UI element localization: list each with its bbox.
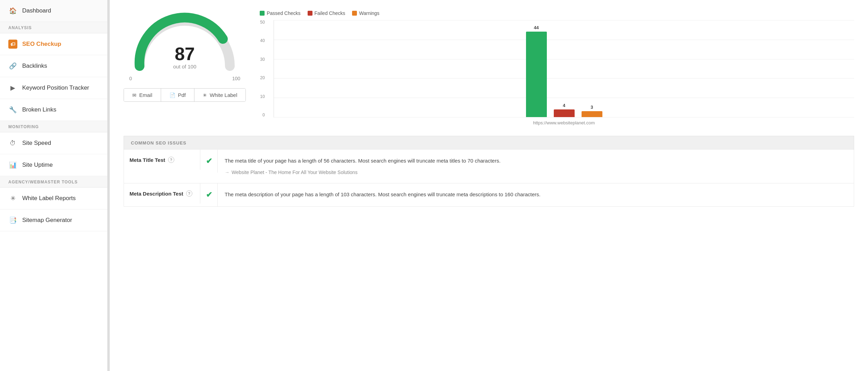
table-row: Meta Description Test ? ✔ The meta descr… [124, 183, 854, 207]
agency-section-header: AGENCY/WEBMASTER TOOLS [0, 176, 107, 188]
sidebar-item-label: Backlinks [22, 63, 47, 69]
y-label-50: 50 [260, 20, 265, 24]
seo-issues-section: COMMON SEO ISSUES Meta Title Test ? ✔ Th… [124, 136, 854, 207]
sidebar-item-site-speed[interactable]: ⏱ Site Speed [0, 132, 107, 154]
bar-passed-value: 44 [534, 25, 539, 30]
legend-failed-label: Failed Checks [315, 10, 345, 16]
table-row: Meta Title Test ? ✔ The meta title of yo… [124, 150, 854, 183]
sidebar-item-label: Broken Links [22, 106, 56, 113]
gauge-min-label: 0 [129, 76, 132, 81]
legend-passed-label: Passed Checks [267, 10, 300, 16]
meta-title-content-cell: The meta title of your page has a length… [218, 150, 854, 183]
gauge-out-of: out of 100 [173, 64, 197, 69]
arrow-icon: → [225, 168, 229, 176]
pdf-button[interactable]: 📄 Pdf [161, 89, 195, 101]
meta-title-check-icon: ✔ [206, 157, 212, 166]
meta-title-link[interactable]: → Website Planet - The Home For All Your… [225, 168, 847, 176]
y-label-30: 30 [260, 57, 265, 61]
sidebar-item-keyword-tracker[interactable]: ▶ Keyword Position Tracker [0, 77, 107, 99]
bar-passed-wrapper: 44 [526, 25, 547, 117]
sidebar-item-label: Site Speed [22, 140, 51, 147]
pdf-icon: 📄 [169, 92, 175, 98]
main-content: 87 out of 100 0 100 ✉ Email 📄 Pdf ✳ [110, 0, 868, 371]
sidebar-item-label: White Label Reports [22, 195, 76, 202]
gauge-max-label: 100 [232, 76, 240, 81]
white-label-button[interactable]: ✳ White Label [194, 89, 245, 101]
site-speed-icon: ⏱ [8, 139, 17, 148]
action-buttons: ✉ Email 📄 Pdf ✳ White Label [124, 88, 246, 102]
site-uptime-icon: 📊 [8, 160, 17, 170]
gauge-container: 87 out of 100 [129, 10, 240, 73]
meta-desc-label: Meta Description Test [130, 191, 183, 197]
bar-failed [554, 109, 575, 117]
meta-desc-help-icon[interactable]: ? [186, 190, 192, 197]
keyword-tracker-icon: ▶ [8, 83, 17, 92]
sidebar-item-label: Site Uptime [22, 162, 53, 168]
analysis-section-header: ANALYSIS [0, 22, 107, 33]
white-label-btn-icon: ✳ [203, 92, 207, 98]
gauge-number: 87 out of 100 [173, 45, 197, 69]
gauge-score: 87 [173, 45, 197, 63]
sidebar-item-label: SEO Checkup [22, 41, 61, 48]
y-label-10: 10 [260, 94, 265, 99]
bar-passed [526, 32, 547, 117]
bar-failed-wrapper: 4 [554, 103, 575, 117]
meta-title-help-icon[interactable]: ? [168, 157, 174, 163]
email-icon: ✉ [132, 92, 136, 98]
y-label-0: 0 [260, 113, 265, 117]
warnings-dot [352, 11, 357, 16]
meta-title-check-cell: ✔ [200, 150, 218, 173]
white-label-icon: ✳ [8, 194, 17, 203]
seo-checkup-icon: 🏷 [8, 40, 17, 49]
y-label-20: 20 [260, 76, 265, 80]
legend-warnings: Warnings [352, 10, 379, 16]
bar-warnings-wrapper: 3 [582, 105, 602, 117]
sidebar-item-white-label[interactable]: ✳ White Label Reports [0, 188, 107, 209]
sidebar-item-label: Sitemap Generator [22, 217, 72, 224]
sidebar-item-site-uptime[interactable]: 📊 Site Uptime [0, 154, 107, 176]
sidebar-item-sitemap[interactable]: 📑 Sitemap Generator [0, 209, 107, 231]
meta-desc-content: The meta description of your page has a … [225, 190, 847, 199]
passed-dot [260, 11, 265, 16]
y-label-40: 40 [260, 39, 265, 43]
bar-warnings [582, 111, 602, 117]
gauge-section: 87 out of 100 0 100 ✉ Email 📄 Pdf ✳ [124, 10, 246, 102]
gauge-labels: 0 100 [129, 76, 240, 81]
meta-desc-label-cell: Meta Description Test ? [124, 183, 200, 204]
bar-failed-value: 4 [563, 103, 565, 108]
meta-title-label-cell: Meta Title Test ? [124, 150, 200, 170]
grid-line-0 [274, 117, 854, 117]
sidebar-item-label: Dashboard [22, 7, 51, 14]
sidebar-item-seo-checkup[interactable]: 🏷 SEO Checkup [0, 33, 107, 55]
monitoring-section-header: MONITORING [0, 121, 107, 132]
legend-failed: Failed Checks [308, 10, 345, 16]
meta-title-label: Meta Title Test [130, 157, 165, 163]
email-button-label: Email [139, 92, 152, 98]
sidebar-item-label: Keyword Position Tracker [22, 84, 89, 91]
sidebar-item-backlinks[interactable]: 🔗 Backlinks [0, 55, 107, 77]
chart-legend: Passed Checks Failed Checks Warnings [260, 10, 854, 16]
meta-title-content: The meta title of your page has a length… [225, 157, 847, 165]
meta-desc-content-cell: The meta description of your page has a … [218, 183, 854, 206]
sidebar: 🏠 Dashboard ANALYSIS 🏷 SEO Checkup 🔗 Bac… [0, 0, 108, 371]
sidebar-item-dashboard[interactable]: 🏠 Dashboard [0, 0, 107, 22]
chart-area: 50 40 30 20 10 0 [274, 20, 854, 117]
broken-links-icon: 🔧 [8, 105, 17, 114]
home-icon: 🏠 [8, 6, 17, 15]
meta-desc-check-cell: ✔ [200, 183, 218, 206]
legend-warnings-label: Warnings [359, 10, 379, 16]
top-section: 87 out of 100 0 100 ✉ Email 📄 Pdf ✳ [124, 10, 854, 125]
meta-desc-check-icon: ✔ [206, 190, 212, 199]
backlinks-icon: 🔗 [8, 61, 17, 71]
bars-container: 44 4 3 [274, 20, 854, 117]
sitemap-icon: 📑 [8, 216, 17, 225]
meta-title-link-text: Website Planet - The Home For All Your W… [232, 168, 358, 176]
white-label-button-label: White Label [210, 92, 237, 98]
pdf-button-label: Pdf [178, 92, 186, 98]
email-button[interactable]: ✉ Email [124, 89, 161, 101]
seo-issues-header: COMMON SEO ISSUES [124, 136, 854, 150]
sidebar-item-broken-links[interactable]: 🔧 Broken Links [0, 99, 107, 121]
y-axis: 50 40 30 20 10 0 [260, 20, 265, 117]
chart-wrapper: 50 40 30 20 10 0 [260, 20, 854, 125]
legend-passed: Passed Checks [260, 10, 300, 16]
